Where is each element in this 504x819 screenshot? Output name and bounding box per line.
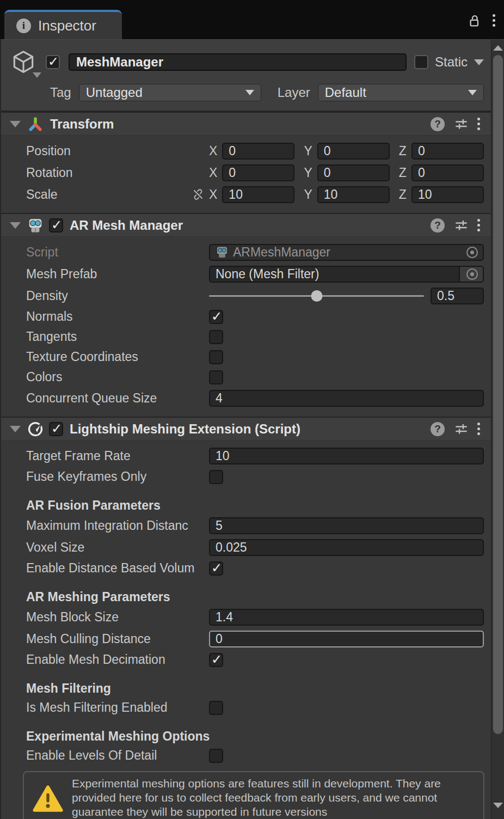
experimental-meshing-options-heading: Experimental Meshing Options: [1, 727, 491, 745]
transform-kebab-icon[interactable]: [475, 115, 482, 132]
target-frame-rate-label: Target Frame Rate: [26, 449, 209, 463]
tab-title: Inspector: [38, 17, 96, 34]
voxel-size-row: Voxel Size 0.025: [1, 536, 491, 558]
info-icon: [16, 19, 31, 33]
inspector-panel: MeshManager Static Tag Untagged Layer: [0, 39, 504, 819]
scroll-down-arrow-icon[interactable]: [491, 799, 504, 811]
rotation-x-field[interactable]: 0: [222, 164, 294, 181]
ar-mesh-manager-kebab-icon[interactable]: [475, 217, 482, 234]
enable-levels-of-detail-row: Enable Levels Of Detail: [1, 745, 491, 766]
ar-meshing-parameters-heading: AR Meshing Parameters: [1, 588, 491, 606]
colors-label: Colors: [26, 370, 209, 384]
density-slider-handle[interactable]: [311, 290, 322, 302]
position-z-field[interactable]: 0: [411, 143, 484, 160]
enable-levels-of-detail-checkbox[interactable]: [209, 749, 223, 763]
broken-link-icon[interactable]: [192, 188, 205, 201]
maximum-integration-distance-field[interactable]: 5: [209, 517, 484, 534]
rotation-z-field[interactable]: 0: [411, 164, 484, 181]
is-mesh-filtering-enabled-checkbox[interactable]: [209, 701, 223, 715]
density-slider[interactable]: [209, 288, 424, 304]
target-frame-rate-row: Target Frame Rate 10: [1, 445, 491, 467]
enable-distance-based-volumetric-checkbox[interactable]: [209, 561, 223, 576]
target-frame-rate-field[interactable]: 10: [209, 448, 484, 464]
static-label: Static: [435, 54, 468, 70]
gameobject-name-field[interactable]: MeshManager: [69, 53, 407, 71]
transform-title: Transform: [50, 117, 114, 132]
script-picker-icon[interactable]: [466, 247, 478, 258]
rotation-row: Rotation X 0 Y 0 Z 0: [1, 162, 491, 184]
density-label: Density: [26, 289, 209, 303]
scale-z-field[interactable]: 10: [411, 186, 484, 203]
ar-fusion-parameters-heading: AR Fusion Parameters: [1, 496, 491, 515]
position-label: Position: [26, 144, 209, 158]
normals-row: Normals: [1, 307, 491, 327]
position-y-field[interactable]: 0: [317, 143, 390, 160]
ar-mesh-manager-help-icon[interactable]: [431, 218, 445, 233]
mesh-block-size-field[interactable]: 1.4: [209, 609, 484, 626]
ar-mesh-manager-foldout[interactable]: [10, 222, 21, 229]
colors-row: Colors: [1, 367, 491, 387]
gameobject-active-checkbox[interactable]: [46, 55, 60, 69]
lightship-meshing-extension-component: Lightship Meshing Extension (Script) Tar…: [1, 417, 491, 819]
scale-x-field[interactable]: 10: [222, 186, 294, 203]
script-row: Script: [1, 241, 491, 263]
tangents-row: Tangents: [1, 327, 491, 347]
vertical-scrollbar[interactable]: [491, 40, 504, 819]
lightship-presets-icon[interactable]: [454, 421, 469, 436]
fuse-keyframes-only-checkbox[interactable]: [209, 470, 223, 484]
position-x-field[interactable]: 0: [222, 143, 294, 160]
mesh-prefab-row: Mesh Prefab None (Mesh Filter): [1, 263, 491, 285]
tab-inspector[interactable]: Inspector: [4, 10, 122, 39]
scale-y-field[interactable]: 10: [317, 186, 390, 203]
ar-mesh-manager-enabled-checkbox[interactable]: [49, 218, 63, 233]
transform-foldout[interactable]: [10, 121, 21, 127]
static-checkbox[interactable]: [414, 55, 428, 69]
texture-coordinates-checkbox[interactable]: [209, 350, 223, 364]
voxel-size-label: Voxel Size: [26, 540, 209, 555]
voxel-size-field[interactable]: 0.025: [209, 539, 484, 556]
lightship-help-icon[interactable]: [431, 422, 445, 436]
ar-mesh-manager-presets-icon[interactable]: [454, 218, 469, 233]
mesh-block-size-label: Mesh Block Size: [26, 610, 209, 625]
normals-checkbox[interactable]: [209, 310, 223, 324]
is-mesh-filtering-enabled-label: Is Mesh Filtering Enabled: [26, 700, 209, 715]
unlock-icon[interactable]: [466, 13, 482, 28]
ar-mesh-manager-title: AR Mesh Manager: [70, 218, 183, 233]
lightship-kebab-icon[interactable]: [475, 420, 482, 437]
normals-label: Normals: [26, 309, 209, 324]
window-menu-kebab-icon[interactable]: [490, 12, 497, 29]
mesh-culling-distance-field[interactable]: 0: [209, 631, 484, 647]
tangents-checkbox[interactable]: [209, 330, 223, 344]
scale-label: Scale: [26, 187, 209, 202]
transform-help-icon[interactable]: [431, 117, 445, 131]
scale-row: Scale X 10: [1, 184, 491, 205]
maximum-integration-distance-row: Maximum Integration Distanc 5: [1, 515, 491, 536]
scroll-up-arrow-icon[interactable]: [491, 42, 504, 54]
concurrent-queue-size-label: Concurrent Queue Size: [26, 391, 209, 406]
rotation-label: Rotation: [26, 166, 209, 180]
mesh-prefab-picker-button[interactable]: [459, 267, 483, 282]
static-dropdown-caret[interactable]: [474, 59, 484, 65]
gameobject-cube-icon[interactable]: [10, 48, 46, 76]
enable-mesh-decimation-checkbox[interactable]: [209, 653, 223, 667]
warning-text: Experimental meshing options are feature…: [72, 777, 475, 819]
rotation-y-field[interactable]: 0: [317, 164, 390, 181]
gameobject-header: MeshManager Static Tag Untagged Layer: [1, 40, 491, 112]
gameobject-icon-caret: [33, 72, 41, 78]
tag-dropdown[interactable]: Untagged: [79, 84, 261, 101]
script-object-field[interactable]: ARMeshManager: [209, 244, 484, 261]
is-mesh-filtering-enabled-row: Is Mesh Filtering Enabled: [1, 698, 491, 718]
transform-icon: [27, 116, 44, 132]
concurrent-queue-size-field[interactable]: 4: [209, 390, 484, 407]
transform-presets-icon[interactable]: [454, 117, 469, 131]
concurrent-queue-size-row: Concurrent Queue Size 4: [1, 387, 491, 409]
density-value-field[interactable]: 0.5: [431, 288, 484, 304]
lightship-enabled-checkbox[interactable]: [49, 422, 63, 436]
tag-dropdown-caret: [245, 90, 254, 95]
mesh-prefab-object-field[interactable]: None (Mesh Filter): [209, 266, 484, 283]
layer-dropdown[interactable]: Default: [318, 84, 484, 101]
mesh-filtering-heading: Mesh Filtering: [1, 679, 491, 698]
lightship-foldout[interactable]: [10, 426, 21, 432]
scrollbar-thumb[interactable]: [493, 55, 503, 734]
colors-checkbox[interactable]: [209, 370, 223, 384]
